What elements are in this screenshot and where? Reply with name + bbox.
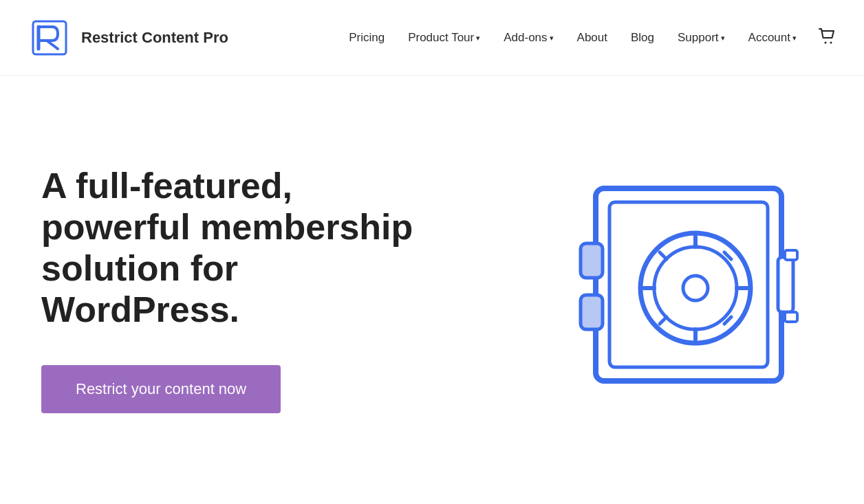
vault-icon: [568, 161, 823, 415]
chevron-down-icon: ▾: [476, 34, 480, 43]
svg-rect-7: [581, 295, 603, 329]
nav-item-pricing[interactable]: Pricing: [339, 25, 394, 50]
logo-text: Restrict Content Pro: [81, 29, 228, 47]
hero-illustration: [568, 161, 823, 418]
chevron-down-icon: ▾: [792, 34, 797, 43]
hero-content: A full-featured, powerful membership sol…: [41, 166, 426, 413]
site-header: Restrict Content Pro Pricing Product Tou…: [0, 0, 864, 76]
nav-item-account[interactable]: Account ▾: [739, 25, 806, 50]
nav-item-about[interactable]: About: [568, 25, 617, 50]
nav-item-product-tour[interactable]: Product Tour ▾: [398, 25, 490, 50]
svg-rect-9: [785, 250, 797, 260]
svg-rect-8: [778, 257, 793, 312]
main-nav: Pricing Product Tour ▾ Add-ons ▾ About B…: [339, 25, 836, 50]
nav-item-blog[interactable]: Blog: [621, 25, 664, 50]
hero-cta-button[interactable]: Restrict your content now: [41, 365, 281, 413]
logo-icon: [28, 16, 72, 60]
svg-rect-10: [785, 312, 797, 322]
hero-section: A full-featured, powerful membership sol…: [0, 76, 864, 503]
nav-item-support[interactable]: Support ▾: [668, 25, 735, 50]
svg-point-3: [830, 41, 832, 43]
chevron-down-icon: ▾: [550, 34, 554, 43]
cart-icon[interactable]: [817, 27, 836, 49]
hero-heading: A full-featured, powerful membership sol…: [41, 166, 426, 330]
svg-point-2: [825, 41, 827, 43]
svg-rect-6: [581, 243, 603, 278]
svg-point-13: [683, 276, 708, 300]
logo-link[interactable]: Restrict Content Pro: [28, 16, 228, 60]
chevron-down-icon: ▾: [721, 34, 725, 43]
nav-item-addons[interactable]: Add-ons ▾: [494, 25, 563, 50]
